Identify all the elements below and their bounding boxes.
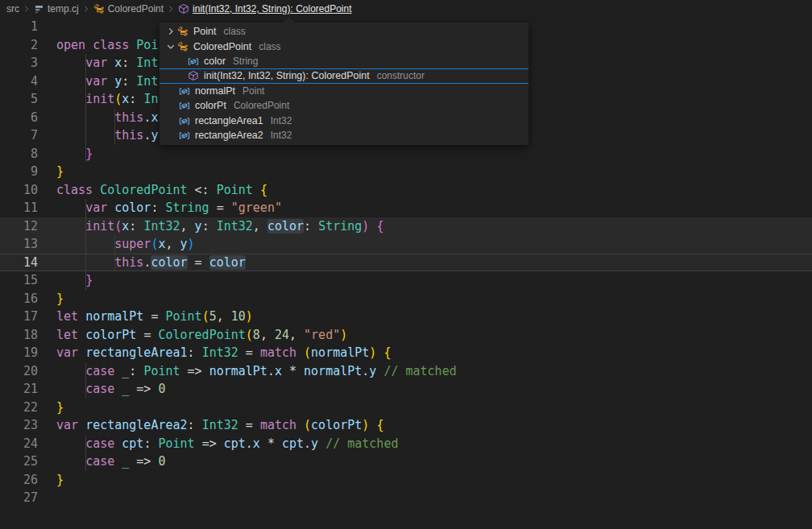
code-text: open class Poi xyxy=(56,36,158,55)
line-number[interactable]: 7 xyxy=(0,126,38,145)
code-text: this.x xyxy=(56,109,158,127)
line-number[interactable]: 15 xyxy=(0,271,38,290)
symbol-item-coloredpoint[interactable]: ColoredPointclass xyxy=(160,39,528,53)
line-number[interactable]: 25 xyxy=(0,453,38,471)
code-text: this.color = color xyxy=(56,254,246,271)
code-text: class ColoredPoint <: Point { xyxy=(56,181,267,200)
code-line[interactable]: 11 var color: String = "green" xyxy=(0,199,812,217)
code-text: case _ => 0 xyxy=(56,380,165,399)
symbol-item-point[interactable]: Pointclass xyxy=(160,24,528,39)
breadcrumb-item-init-int32-int32-string-coloredpoint[interactable]: init(Int32, Int32, String): ColoredPoint xyxy=(178,3,351,14)
code-line[interactable]: 21 case _ => 0 xyxy=(0,380,812,399)
breadcrumb-item-temp-cj[interactable]: temp.cj xyxy=(34,3,79,14)
symbol-item-colorpt[interactable]: colorPtColoredPoint xyxy=(160,98,528,113)
code-text: } xyxy=(56,145,93,163)
variable-icon xyxy=(179,85,190,97)
variable-icon xyxy=(179,130,190,141)
symbol-item-rectanglearea2[interactable]: rectangleArea2Int32 xyxy=(160,128,528,143)
code-line[interactable]: 10class ColoredPoint <: Point { xyxy=(0,181,812,200)
code-line[interactable]: 23var rectangleArea2: Int32 = match (col… xyxy=(0,416,812,435)
line-number[interactable]: 6 xyxy=(0,109,38,127)
symbol-item-init-int32-int32-string-coloredpoint[interactable]: init(Int32, Int32, String): ColoredPoint… xyxy=(160,68,528,83)
line-number[interactable]: 8 xyxy=(0,145,38,163)
line-number[interactable]: 12 xyxy=(0,217,38,236)
symbol-detail: Int32 xyxy=(271,130,292,141)
code-line[interactable]: 9} xyxy=(0,163,812,181)
line-number[interactable]: 2 xyxy=(0,36,38,55)
code-line[interactable]: 17let normalPt = Point(5, 10) xyxy=(0,308,812,326)
code-line[interactable]: 26} xyxy=(0,471,812,490)
symbol-label: normalPt xyxy=(195,85,235,97)
line-number[interactable]: 5 xyxy=(0,90,38,109)
code-text: let normalPt = Point(5, 10) xyxy=(56,308,253,326)
symbol-detail: class xyxy=(259,41,280,52)
chevron-separator-icon xyxy=(81,4,91,14)
line-number[interactable]: 22 xyxy=(0,399,38,417)
symbol-item-normalpt[interactable]: normalPtPoint xyxy=(160,84,528,98)
code-line[interactable]: 18let colorPt = ColoredPoint(8, 24, "red… xyxy=(0,326,812,345)
code-line[interactable]: 13 super(x, y) xyxy=(0,235,812,254)
line-number[interactable]: 11 xyxy=(0,199,38,217)
line-number[interactable]: 23 xyxy=(0,416,38,435)
chevron-separator-icon xyxy=(166,4,176,14)
constructor-icon xyxy=(178,3,189,14)
line-number[interactable]: 4 xyxy=(0,72,38,91)
line-number[interactable]: 13 xyxy=(0,235,38,254)
symbol-item-color[interactable]: colorString xyxy=(160,54,528,68)
line-number[interactable]: 21 xyxy=(0,380,38,399)
line-number[interactable]: 24 xyxy=(0,435,38,453)
code-line[interactable]: 12 init(x: Int32, y: Int32, color: Strin… xyxy=(0,217,812,236)
symbol-detail: class xyxy=(224,26,246,37)
symbol-detail: Point xyxy=(242,85,264,97)
breadcrumb-label: init(Int32, Int32, String): ColoredPoint xyxy=(193,3,351,14)
line-number[interactable]: 17 xyxy=(0,308,38,326)
class-icon xyxy=(177,41,188,52)
line-number[interactable]: 27 xyxy=(0,489,38,507)
code-line[interactable]: 27 xyxy=(0,489,812,507)
line-number[interactable]: 3 xyxy=(0,54,38,72)
code-line[interactable]: 24 case cpt: Point => cpt.x * cpt.y // m… xyxy=(0,435,812,453)
line-number[interactable]: 26 xyxy=(0,471,38,490)
code-text: case _: Point => normalPt.x * normalPt.y… xyxy=(56,362,457,381)
chevron-right-icon[interactable] xyxy=(165,26,176,37)
field-icon xyxy=(188,56,199,67)
symbol-list: PointclassColoredPointclasscolorStringin… xyxy=(160,24,528,143)
code-text: var rectangleArea2: Int32 = match (color… xyxy=(56,416,383,435)
chevron-down-icon[interactable] xyxy=(165,41,176,52)
breadcrumb-item-src[interactable]: src xyxy=(6,3,19,14)
code-text: } xyxy=(56,399,64,417)
class-icon xyxy=(177,26,188,37)
symbol-detail: Int32 xyxy=(271,115,292,126)
symbol-detail: ColoredPoint xyxy=(234,100,289,111)
code-text: var color: String = "green" xyxy=(56,199,282,217)
dropdown-notch xyxy=(282,17,295,23)
line-number[interactable]: 9 xyxy=(0,163,38,181)
code-line[interactable]: 20 case _: Point => normalPt.x * normalP… xyxy=(0,362,812,381)
line-number[interactable]: 1 xyxy=(0,18,38,36)
breadcrumb-label: ColoredPoint xyxy=(108,3,164,14)
code-line[interactable]: 15 } xyxy=(0,271,812,290)
variable-icon xyxy=(179,115,190,126)
code-text: case cpt: Point => cpt.x * cpt.y // matc… xyxy=(56,435,398,453)
code-text: case _ => 0 xyxy=(56,453,165,471)
code-text: init(x: Int32, y: Int32, color: String) … xyxy=(56,217,383,236)
line-number[interactable]: 10 xyxy=(0,181,38,200)
breadcrumb-symbol-picker: PointclassColoredPointclasscolorStringin… xyxy=(160,23,528,145)
code-text: this.y xyxy=(56,126,158,145)
line-number[interactable]: 16 xyxy=(0,290,38,308)
line-number[interactable]: 14 xyxy=(0,254,38,271)
code-line[interactable]: 16} xyxy=(0,290,812,308)
symbol-label: rectangleArea2 xyxy=(195,130,263,141)
symbol-label: ColoredPoint xyxy=(193,41,251,52)
code-line[interactable]: 22} xyxy=(0,399,812,417)
code-line[interactable]: 19var rectangleArea1: Int32 = match (nor… xyxy=(0,344,812,362)
line-number[interactable]: 18 xyxy=(0,326,38,345)
code-line[interactable]: 25 case _ => 0 xyxy=(0,453,812,471)
breadcrumb-item-coloredpoint[interactable]: ColoredPoint xyxy=(93,3,164,14)
code-line[interactable]: 8 } xyxy=(0,145,812,163)
symbol-item-rectanglearea1[interactable]: rectangleArea1Int32 xyxy=(160,113,528,127)
line-number[interactable]: 19 xyxy=(0,344,38,362)
line-number[interactable]: 20 xyxy=(0,362,38,381)
chevron-separator-icon xyxy=(22,4,31,14)
code-line[interactable]: 14 this.color = color xyxy=(0,254,812,272)
